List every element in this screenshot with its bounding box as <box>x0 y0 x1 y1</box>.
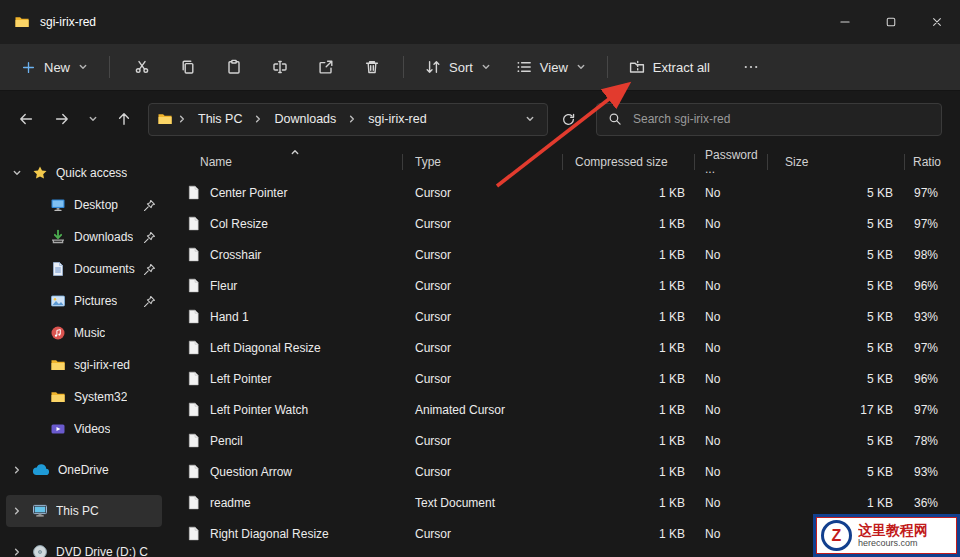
chevron-right-icon <box>177 114 187 124</box>
back-button[interactable] <box>10 103 42 135</box>
sidebar-item-music[interactable]: Music <box>6 317 162 349</box>
file-row[interactable]: Question Arrow Cursor 1 KB No 5 KB 93% <box>176 456 960 487</box>
sidebar-quick-access[interactable]: Quick access <box>6 157 162 189</box>
sidebar-item-pictures[interactable]: Pictures <box>6 285 162 317</box>
address-bar[interactable]: This PC Downloads sgi-irix-red <box>148 103 548 136</box>
chevron-right-icon <box>12 547 24 557</box>
file-size: 5 KB <box>768 310 905 324</box>
file-name: Left Pointer <box>210 372 271 386</box>
file-row[interactable]: Left Diagonal Resize Cursor 1 KB No 5 KB… <box>176 332 960 363</box>
column-header-compressed-size[interactable]: Compressed size <box>563 147 695 177</box>
file-password: No <box>695 465 768 479</box>
pin-icon <box>143 263 156 276</box>
sidebar-item-system32[interactable]: System32 <box>6 381 162 413</box>
file-icon <box>186 464 201 479</box>
toolbar-divider <box>403 56 404 78</box>
titlebar: sgi-irix-red <box>0 0 960 44</box>
breadcrumb-sgi-irix-red[interactable]: sgi-irix-red <box>361 108 433 130</box>
file-icon <box>186 433 201 448</box>
onedrive-icon <box>32 464 50 476</box>
file-password: No <box>695 310 768 324</box>
file-row[interactable]: Pencil Cursor 1 KB No 5 KB 78% <box>176 425 960 456</box>
sidebar-item-sgi-irix-red[interactable]: sgi-irix-red <box>6 349 162 381</box>
chevron-down-icon <box>481 62 491 72</box>
new-label: New <box>44 60 70 75</box>
paste-button[interactable] <box>212 50 255 84</box>
search-box[interactable] <box>596 103 942 136</box>
sort-button[interactable]: Sort <box>414 52 502 82</box>
file-row[interactable]: Fleur Cursor 1 KB No 5 KB 96% <box>176 270 960 301</box>
minimize-button[interactable] <box>822 0 868 44</box>
close-icon <box>931 16 943 28</box>
music-icon <box>50 325 66 341</box>
breadcrumb-downloads[interactable]: Downloads <box>267 108 343 130</box>
file-size: 5 KB <box>768 217 905 231</box>
file-ratio: 96% <box>905 372 960 386</box>
up-button[interactable] <box>108 103 140 135</box>
file-password: No <box>695 341 768 355</box>
file-ratio: 36% <box>905 496 960 510</box>
close-button[interactable] <box>914 0 960 44</box>
chevron-down-icon <box>12 168 24 178</box>
file-icon <box>186 278 201 293</box>
refresh-button[interactable] <box>552 103 584 135</box>
file-ratio: 96% <box>905 279 960 293</box>
file-size: 5 KB <box>768 341 905 355</box>
pin-icon <box>143 199 156 212</box>
sidebar-item-this-pc[interactable]: This PC <box>6 495 162 527</box>
sidebar-root-list: OneDrive This PC DVD Drive (D:) C <box>0 454 168 557</box>
delete-button[interactable] <box>350 50 393 84</box>
view-button[interactable]: View <box>505 52 597 82</box>
chevron-right-icon <box>253 114 263 124</box>
extract-all-button[interactable]: Extract all <box>618 52 721 82</box>
documents-icon <box>50 261 66 277</box>
file-row[interactable]: Center Pointer Cursor 1 KB No 5 KB 97% <box>176 177 960 208</box>
forward-button[interactable] <box>46 103 78 135</box>
address-dropdown-icon[interactable] <box>521 110 539 128</box>
share-button[interactable] <box>304 50 347 84</box>
sidebar-item-onedrive[interactable]: OneDrive <box>6 454 162 486</box>
maximize-button[interactable] <box>868 0 914 44</box>
pin-icon <box>143 231 156 244</box>
location-folder-icon <box>157 111 173 127</box>
file-row[interactable]: Left Pointer Cursor 1 KB No 5 KB 96% <box>176 363 960 394</box>
chevron-down-icon <box>88 114 98 124</box>
file-compressed-size: 1 KB <box>563 496 695 510</box>
view-icon <box>516 59 532 75</box>
file-name: Pencil <box>210 434 243 448</box>
paste-icon <box>226 59 242 75</box>
sidebar-item-videos[interactable]: Videos <box>6 413 162 445</box>
back-icon <box>18 111 34 127</box>
file-size: 5 KB <box>768 248 905 262</box>
breadcrumb-this-pc[interactable]: This PC <box>191 108 249 130</box>
sidebar-item-downloads[interactable]: Downloads <box>6 221 162 253</box>
recent-locations-button[interactable] <box>82 103 104 135</box>
sidebar: Quick access Desktop Downloads Documents… <box>0 147 168 557</box>
file-type: Cursor <box>403 372 563 386</box>
sidebar-item-desktop[interactable]: Desktop <box>6 189 162 221</box>
rename-button[interactable] <box>258 50 301 84</box>
file-row[interactable]: Crosshair Cursor 1 KB No 5 KB 98% <box>176 239 960 270</box>
file-type: Cursor <box>403 341 563 355</box>
copy-button[interactable] <box>166 50 209 84</box>
more-options-button[interactable] <box>730 50 773 84</box>
column-header-type[interactable]: Type <box>403 147 563 177</box>
cut-button[interactable] <box>120 50 163 84</box>
file-type: Cursor <box>403 248 563 262</box>
file-compressed-size: 1 KB <box>563 527 695 541</box>
sidebar-item-documents[interactable]: Documents <box>6 253 162 285</box>
file-type: Animated Cursor <box>403 403 563 417</box>
file-size: 5 KB <box>768 465 905 479</box>
column-header-name[interactable]: Name <box>176 147 403 177</box>
new-button[interactable]: New <box>10 53 99 82</box>
file-compressed-size: 1 KB <box>563 217 695 231</box>
file-row[interactable]: Col Resize Cursor 1 KB No 5 KB 97% <box>176 208 960 239</box>
file-row[interactable]: Hand 1 Cursor 1 KB No 5 KB 93% <box>176 301 960 332</box>
sidebar-item-dvd-drive-d-c[interactable]: DVD Drive (D:) C <box>6 536 162 557</box>
file-row[interactable]: Left Pointer Watch Animated Cursor 1 KB … <box>176 394 960 425</box>
search-input[interactable] <box>631 111 930 127</box>
desktop-icon <box>50 197 66 213</box>
column-header-password[interactable]: Password ... <box>695 147 768 177</box>
column-header-size[interactable]: Size <box>768 147 905 177</box>
column-header-ratio[interactable]: Ratio <box>905 147 960 177</box>
